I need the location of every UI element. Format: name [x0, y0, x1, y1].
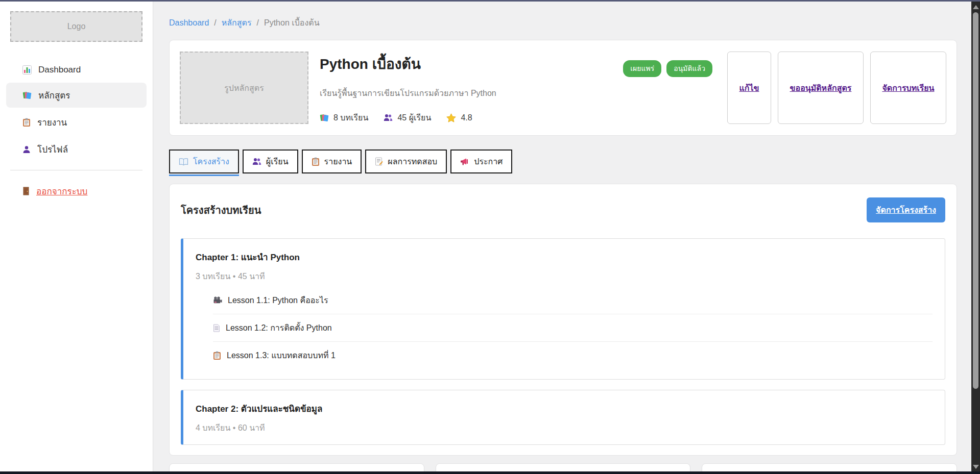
sidebar-item-label: โปรไฟล์ [37, 142, 68, 156]
stat-students-label: 45 ผู้เรียน [397, 111, 431, 124]
stat-students: 45 ผู้เรียน [384, 111, 431, 124]
people-icon [384, 114, 393, 121]
sidebar-divider [10, 170, 142, 170]
chapter-card-1: Chapter 1: แนะนำ Python 3 บทเรียน • 45 น… [181, 238, 945, 380]
course-title: Python เบื้องต้น [320, 53, 619, 75]
stat-lessons-label: 8 บทเรียน [333, 111, 368, 124]
star-icon [446, 113, 456, 122]
books-icon [22, 91, 32, 100]
lesson-item[interactable]: Lesson 1.3: แบบทดสอบบทที่ 1 [213, 341, 933, 369]
tab-label: รายงาน [324, 155, 352, 168]
sidebar: Logo Dashboard หลักสูตร รายงาน [0, 2, 153, 474]
bottom-cards-row [169, 463, 957, 471]
dashboard-chart-icon [22, 65, 32, 74]
logo-placeholder: Logo [10, 11, 142, 42]
chapter-meta: 4 บทเรียน • 60 นาที [196, 421, 933, 434]
chapter-meta: 3 บทเรียน • 45 นาที [196, 270, 933, 283]
structure-panel: โครงสร้างบทเรียน จัดการโครงสร้าง Chapter… [169, 184, 957, 456]
logo-text: Logo [67, 22, 86, 31]
tab-label: โครงสร้าง [193, 155, 229, 168]
breadcrumb: Dashboard / หลักสูตร / Python เบื้องต้น [169, 16, 957, 29]
breadcrumb-dashboard-link[interactable]: Dashboard [169, 18, 209, 28]
tab-reports[interactable]: รายงาน [302, 149, 362, 173]
breadcrumb-courses-link[interactable]: หลักสูตร [222, 16, 252, 29]
clipboard-icon [312, 157, 320, 166]
lesson-list: Lesson 1.1: Python คืออะไร Lesson 1.2: ก… [213, 287, 933, 369]
scroll-up-arrow-icon[interactable] [973, 5, 979, 9]
bottom-card [436, 463, 691, 471]
sidebar-item-label: รายงาน [37, 115, 67, 129]
lesson-title: Lesson 1.1: Python คืออะไร [228, 294, 328, 307]
course-tabs: โครงสร้าง ผู้เรียน รายงาน ผลการทดสอบ [169, 149, 957, 173]
main-content: Dashboard / หลักสูตร / Python เบื้องต้น … [154, 2, 971, 471]
video-camera-icon [213, 296, 222, 304]
window-top-edge [0, 0, 980, 2]
course-image-label: รูปหลักสูตร [224, 82, 264, 94]
course-description: เรียนรู้พื้นฐานการเขียนโปรแกรมด้วยภาษา P… [320, 87, 619, 99]
person-icon [22, 145, 31, 154]
course-stats: 8 บทเรียน 45 ผู้เรียน 4.8 [320, 111, 619, 124]
sidebar-nav: Dashboard หลักสูตร รายงาน โปรไฟล์ [0, 59, 153, 204]
stat-rating-label: 4.8 [461, 113, 472, 122]
status-badge-approved: อนุมัติแล้ว [666, 60, 712, 77]
clipboard-icon [213, 351, 221, 360]
breadcrumb-separator: / [214, 18, 216, 28]
status-badge-published: เผยแพร่ [623, 60, 661, 77]
scrollbar-thumb[interactable] [973, 12, 978, 389]
scroll-down-arrow-icon[interactable] [973, 465, 979, 469]
sidebar-item-courses[interactable]: หลักสูตร [6, 83, 147, 108]
edit-course-link[interactable]: แก้ไข [736, 82, 762, 94]
bottom-card [702, 463, 957, 471]
logout-label: ออกจากระบบ [36, 184, 87, 198]
open-book-icon [179, 158, 188, 166]
stat-rating: 4.8 [446, 113, 472, 122]
tab-students[interactable]: ผู้เรียน [243, 149, 298, 173]
lesson-item[interactable]: Lesson 1.2: การติดตั้ง Python [213, 314, 933, 341]
lesson-item[interactable]: Lesson 1.1: Python คืออะไร [213, 287, 933, 314]
app-screen: Logo Dashboard หลักสูตร รายงาน [0, 0, 980, 474]
lesson-title: Lesson 1.3: แบบทดสอบบทที่ 1 [227, 349, 336, 362]
structure-header: โครงสร้างบทเรียน จัดการโครงสร้าง [181, 197, 945, 222]
sidebar-item-label: Dashboard [38, 65, 81, 75]
page-icon [213, 324, 220, 332]
megaphone-icon [460, 158, 469, 166]
people-icon [252, 158, 261, 165]
request-approval-box: ขออนุมัติหลักสูตร [778, 52, 864, 124]
sidebar-item-dashboard[interactable]: Dashboard [6, 59, 147, 81]
course-header-card: รูปหลักสูตร Python เบื้องต้น เรียนรู้พื้… [169, 40, 957, 136]
tab-test-results[interactable]: ผลการทดสอบ [365, 149, 447, 173]
course-info: Python เบื้องต้น เรียนรู้พื้นฐานการเขียน… [320, 52, 619, 124]
tab-announcements[interactable]: ประกาศ [450, 149, 512, 173]
manage-lessons-box: จัดการบทเรียน [870, 52, 946, 124]
logout-button[interactable]: ออกจากระบบ [6, 179, 147, 204]
bottom-card [169, 463, 424, 471]
memo-pencil-icon [375, 157, 383, 166]
tab-structure[interactable]: โครงสร้าง [169, 149, 239, 173]
sidebar-item-label: หลักสูตร [38, 88, 70, 102]
chapter-title: Chapter 2: ตัวแปรและชนิดข้อมูล [196, 402, 933, 415]
tab-label: ประกาศ [474, 155, 503, 168]
manage-structure-button[interactable]: จัดการโครงสร้าง [867, 197, 945, 222]
vertical-scrollbar[interactable] [971, 2, 980, 474]
manage-lessons-link[interactable]: จัดการบทเรียน [879, 82, 937, 94]
lesson-title: Lesson 1.2: การติดตั้ง Python [226, 321, 332, 334]
tab-label: ผู้เรียน [266, 155, 289, 168]
tab-label: ผลการทดสอบ [388, 155, 437, 168]
books-icon [320, 113, 329, 122]
request-approval-link[interactable]: ขออนุมัติหลักสูตร [787, 82, 855, 94]
edit-course-box: แก้ไข [727, 52, 771, 124]
structure-heading: โครงสร้างบทเรียน [181, 202, 261, 218]
breadcrumb-current-page: Python เบื้องต้น [264, 16, 320, 29]
stat-lessons: 8 บทเรียน [320, 111, 368, 124]
course-image-placeholder: รูปหลักสูตร [180, 52, 308, 124]
sidebar-item-profile[interactable]: โปรไฟล์ [6, 137, 147, 162]
breadcrumb-separator: / [257, 18, 259, 28]
status-badges: เผยแพร่ อนุมัติแล้ว [623, 60, 712, 124]
clipboard-icon [22, 118, 31, 127]
sidebar-item-reports[interactable]: รายงาน [6, 110, 147, 135]
door-icon [22, 187, 30, 195]
chapter-title: Chapter 1: แนะนำ Python [196, 250, 933, 264]
window-bottom-edge [0, 471, 980, 474]
chapter-card-2: Chapter 2: ตัวแปรและชนิดข้อมูล 4 บทเรียน… [181, 390, 945, 445]
